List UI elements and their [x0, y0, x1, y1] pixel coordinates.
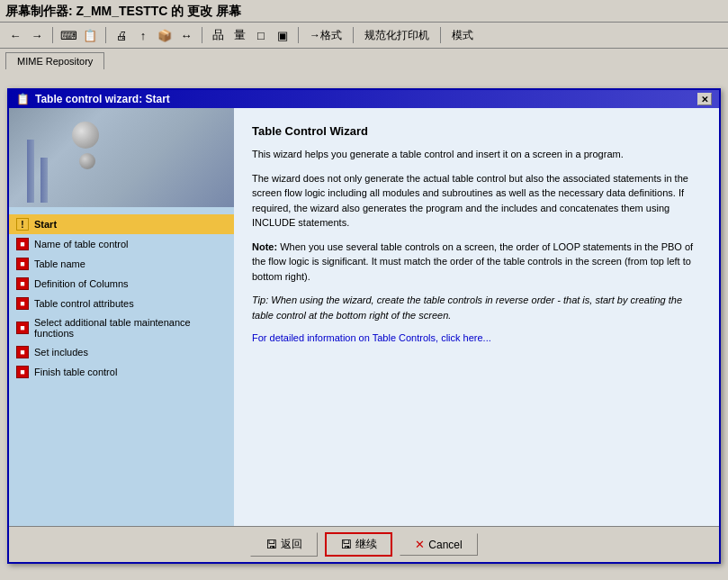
nav-items-list: ! Start ■ Name of table control ■ Table … — [9, 207, 234, 389]
circle1 — [72, 122, 99, 149]
left-nav-panel: ! Start ■ Name of table control ■ Table … — [9, 108, 234, 526]
nav-label-table-name: Table name — [34, 258, 85, 269]
back-icon: 🖫 — [265, 538, 277, 551]
clipboard-btn[interactable]: 📋 — [80, 25, 100, 45]
nav-item-columns[interactable]: ■ Definition of Columns — [9, 274, 234, 294]
dialog-footer: 🖫 返回 🖫 继续 ✕ Cancel — [9, 526, 719, 562]
nav-item-name[interactable]: ■ Name of table control — [9, 234, 234, 254]
decorative-image — [9, 108, 234, 207]
tip-text: When using the wizard, create the table … — [252, 295, 682, 321]
cancel-label: Cancel — [428, 539, 462, 551]
nav-stop-icon-select: ■ — [16, 322, 29, 334]
nav-label-finish: Finish table control — [34, 367, 117, 377]
continue-label: 继续 — [355, 537, 377, 552]
forward-btn[interactable]: → — [27, 25, 47, 45]
nav-label-attributes: Table control attributes — [34, 298, 134, 309]
continue-button[interactable]: 🖫 继续 — [325, 532, 392, 557]
window-title: 屏幕制作器: Z_MM_TESTTC 的 更改 屏幕 — [5, 4, 241, 18]
nav-label-start: Start — [34, 219, 57, 230]
dialog-title: Table control wizard: Start — [35, 93, 170, 105]
nav-label-select: Select additional table maintenance func… — [34, 317, 227, 339]
content-note: Note: When you use several table control… — [252, 240, 701, 285]
dialog-content: ! Start ■ Name of table control ■ Table … — [9, 108, 719, 526]
nav-stop-icon-columns: ■ — [16, 277, 29, 290]
note-text: When you use several table controls on a… — [252, 241, 693, 282]
exchange-btn[interactable]: ↔ — [176, 25, 196, 45]
title-bar: 屏幕制作器: Z_MM_TESTTC 的 更改 屏幕 — [0, 0, 728, 23]
filled-btn[interactable]: ▣ — [273, 25, 292, 45]
content-para1: This wizard helps you generate a table c… — [252, 147, 701, 162]
grid-btn[interactable]: 品 — [208, 25, 228, 45]
sep5 — [353, 27, 354, 43]
list-btn[interactable]: 量 — [229, 25, 249, 45]
nav-item-select-additional[interactable]: ■ Select additional table maintenance fu… — [9, 313, 234, 342]
content-tip: Tip: When using the wizard, create the t… — [252, 293, 701, 322]
normalize-print-menu[interactable]: 规范化打印机 — [359, 26, 435, 45]
nav-item-set-includes[interactable]: ■ Set includes — [9, 342, 234, 362]
nav-item-table-name[interactable]: ■ Table name — [9, 254, 234, 274]
nav-label-name: Name of table control — [34, 239, 129, 249]
sep3 — [202, 27, 202, 43]
back-button[interactable]: 🖫 返回 — [250, 532, 318, 557]
nav-item-start[interactable]: ! Start — [9, 214, 234, 234]
nav-stop-icon-name: ■ — [16, 238, 29, 250]
square-btn[interactable]: □ — [251, 25, 271, 45]
up-btn[interactable]: ↑ — [133, 25, 153, 45]
dialog-title-left: 📋 Table control wizard: Start — [16, 93, 170, 105]
dialog-window: 📋 Table control wizard: Start ✕ ! Start — [7, 88, 721, 564]
circle2 — [79, 153, 95, 169]
nav-label-columns: Definition of Columns — [34, 278, 129, 289]
sep6 — [440, 27, 441, 43]
tip-label: Tip: — [252, 295, 268, 305]
cancel-button[interactable]: ✕ Cancel — [400, 533, 477, 556]
nav-stop-icon-finish: ■ — [16, 366, 29, 378]
dialog-icon: 📋 — [16, 93, 30, 105]
mode-menu[interactable]: 模式 — [446, 26, 479, 45]
nav-stop-icon-attributes: ■ — [16, 297, 29, 310]
tab-bar: MIME Repository — [0, 49, 728, 69]
keyboard-btn[interactable]: ⌨ — [58, 25, 78, 45]
detail-link[interactable]: For detailed information on Table Contro… — [252, 332, 491, 343]
vertical-bar1 — [27, 140, 34, 203]
format-menu[interactable]: →格式 — [304, 26, 347, 45]
nav-label-includes: Set includes — [34, 347, 88, 358]
dialog-title-bar: 📋 Table control wizard: Start ✕ — [9, 90, 719, 108]
cancel-icon: ✕ — [415, 538, 425, 551]
continue-icon: 🖫 — [340, 538, 352, 551]
sep4 — [298, 27, 299, 43]
back-label: 返回 — [281, 537, 302, 552]
sep2 — [105, 27, 106, 43]
tab-mime-repository[interactable]: MIME Repository — [5, 52, 104, 69]
right-content-panel: Table Control Wizard This wizard helps y… — [234, 108, 719, 526]
nav-warn-icon-start: ! — [16, 218, 29, 231]
content-para2: The wizard does not only generate the ac… — [252, 171, 701, 231]
sep1 — [52, 27, 53, 43]
package-btn[interactable]: 📦 — [155, 25, 175, 45]
nav-item-finish[interactable]: ■ Finish table control — [9, 362, 234, 382]
nav-stop-icon-table-name: ■ — [16, 258, 29, 270]
note-label: Note: — [252, 241, 277, 252]
tab-label: MIME Repository — [17, 56, 93, 67]
dialog-close-button[interactable]: ✕ — [697, 93, 712, 105]
content-heading: Table Control Wizard — [252, 124, 701, 138]
vertical-bar2 — [40, 158, 48, 203]
print-btn[interactable]: 🖨 — [112, 25, 131, 45]
nav-item-attributes[interactable]: ■ Table control attributes — [9, 294, 234, 313]
menu-bar: ← → ⌨ 📋 🖨 ↑ 📦 ↔ 品 量 □ ▣ →格式 规范化打印机 模式 — [0, 23, 728, 49]
nav-stop-icon-includes: ■ — [16, 346, 29, 358]
back-btn[interactable]: ← — [5, 25, 25, 45]
